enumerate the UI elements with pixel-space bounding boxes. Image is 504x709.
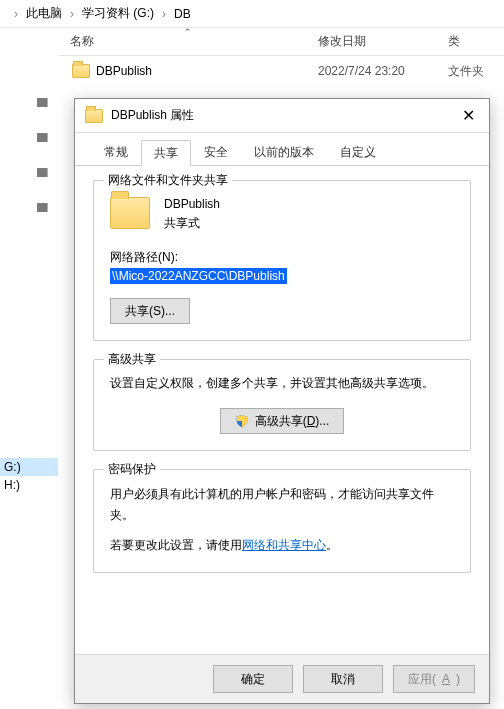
cancel-button[interactable]: 取消: [303, 665, 383, 693]
table-row[interactable]: DBPublish 2022/7/24 23:20 文件夹: [58, 56, 504, 82]
breadcrumb[interactable]: 此电脑: [24, 5, 64, 22]
group-password-protection: 密码保护 用户必须具有此计算机的用户帐户和密码，才能访问共享文件夹。 若要更改此…: [93, 469, 471, 572]
group-network-sharing: 网络文件和文件夹共享 DBPublish 共享式 网络路径(N): \\Mico…: [93, 180, 471, 341]
chevron-right-icon: ›: [64, 7, 80, 21]
address-bar[interactable]: › 此电脑 › 学习资料 (G:) › DB: [0, 0, 504, 28]
column-modified[interactable]: 修改日期: [318, 33, 448, 50]
network-path-label: 网络路径(N):: [110, 249, 454, 266]
tab-sharing[interactable]: 共享: [141, 140, 191, 166]
chevron-right-icon: ›: [8, 7, 24, 21]
pin-icon: ⯀: [0, 123, 58, 158]
close-button[interactable]: ✕: [447, 99, 489, 132]
password-description: 用户必须具有此计算机的用户帐户和密码，才能访问共享文件夹。: [110, 484, 454, 525]
breadcrumb[interactable]: 学习资料 (G:): [80, 5, 156, 22]
breadcrumb[interactable]: DB: [172, 7, 193, 21]
file-modified: 2022/7/24 23:20: [318, 64, 448, 78]
network-sharing-center-link[interactable]: 网络和共享中心: [242, 538, 326, 552]
navigation-pane[interactable]: ⯀ ⯀ ⯀ ⯀ G:) H:): [0, 28, 58, 709]
tab-custom[interactable]: 自定义: [327, 139, 389, 165]
group-label: 高级共享: [104, 351, 160, 368]
folder-icon: [110, 197, 150, 229]
group-label: 网络文件和文件夹共享: [104, 172, 232, 189]
shared-folder-name: DBPublish: [164, 195, 220, 214]
dialog-title: DBPublish 属性: [111, 107, 194, 124]
apply-button[interactable]: 应用(A): [393, 665, 475, 693]
tab-general[interactable]: 常规: [91, 139, 141, 165]
pin-icon: ⯀: [0, 193, 58, 228]
share-mode: 共享式: [164, 214, 220, 233]
file-name: DBPublish: [96, 64, 152, 78]
drive-item-g[interactable]: G:): [0, 458, 58, 476]
advanced-sharing-button[interactable]: 高级共享(D)...: [220, 408, 345, 434]
column-label: 名称: [70, 34, 94, 48]
password-hint: 若要更改此设置，请使用网络和共享中心。: [110, 535, 454, 555]
network-path[interactable]: \\Mico-2022ANZGCC\DBPublish: [110, 268, 287, 284]
file-type: 文件夹: [448, 63, 504, 80]
chevron-right-icon: ›: [156, 7, 172, 21]
pin-icon: ⯀: [0, 88, 58, 123]
ok-button[interactable]: 确定: [213, 665, 293, 693]
folder-icon: [85, 109, 103, 123]
sort-indicator-icon: ⌃: [184, 27, 192, 37]
column-name[interactable]: ⌃ 名称: [58, 33, 318, 50]
titlebar[interactable]: DBPublish 属性 ✕: [75, 99, 489, 133]
pin-icon: ⯀: [0, 158, 58, 193]
advanced-description: 设置自定义权限，创建多个共享，并设置其他高级共享选项。: [110, 374, 454, 392]
group-advanced-sharing: 高级共享 设置自定义权限，创建多个共享，并设置其他高级共享选项。 高级共享(D)…: [93, 359, 471, 451]
tab-security[interactable]: 安全: [191, 139, 241, 165]
button-label: 高级共享(D)...: [255, 413, 330, 430]
dialog-buttons: 确定 取消 应用(A): [75, 654, 489, 703]
folder-icon: [72, 64, 90, 78]
column-headers[interactable]: ⌃ 名称 修改日期 类: [58, 28, 504, 56]
drive-item-h[interactable]: H:): [0, 476, 58, 494]
shield-icon: [235, 414, 249, 428]
column-type[interactable]: 类: [448, 33, 504, 50]
tab-strip: 常规 共享 安全 以前的版本 自定义: [75, 133, 489, 166]
share-button[interactable]: 共享(S)...: [110, 298, 190, 324]
group-label: 密码保护: [104, 461, 160, 478]
tab-previous-versions[interactable]: 以前的版本: [241, 139, 327, 165]
properties-dialog: DBPublish 属性 ✕ 常规 共享 安全 以前的版本 自定义 网络文件和文…: [74, 98, 490, 704]
